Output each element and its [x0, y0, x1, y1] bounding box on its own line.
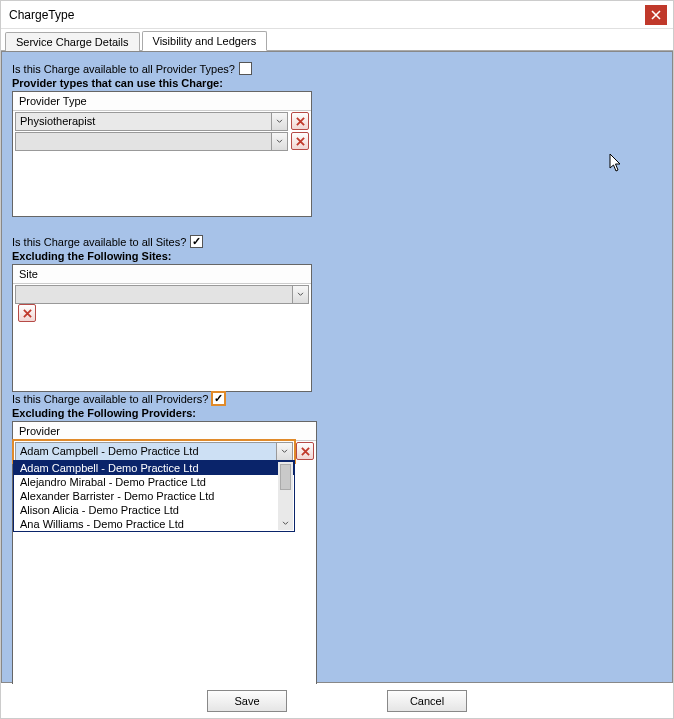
sites-heading: Excluding the Following Sites: — [12, 250, 312, 262]
window-title: ChargeType — [9, 8, 645, 22]
provider-dropdown-list[interactable]: Adam Campbell - Demo Practice Ltd Alejan… — [13, 460, 295, 532]
provider-row-combo[interactable]: Adam Campbell - Demo Practice Ltd — [15, 442, 293, 461]
dropdown-scrollbar[interactable] — [278, 462, 293, 530]
delete-row-button[interactable] — [18, 304, 36, 322]
chevron-down-icon[interactable] — [276, 443, 292, 460]
cancel-button[interactable]: Cancel — [387, 690, 467, 712]
chevron-down-icon[interactable] — [271, 113, 287, 130]
sites-checkbox[interactable] — [190, 235, 203, 248]
provider-option[interactable]: Alexander Barrister - Demo Practice Ltd — [14, 489, 294, 503]
provider-option[interactable]: Adam Campbell - Demo Practice Ltd — [14, 461, 294, 475]
provider-type-row-value: Physiotherapist — [20, 115, 95, 127]
provider-option[interactable]: Alejandro Mirabal - Demo Practice Ltd — [14, 475, 294, 489]
chevron-down-icon[interactable] — [271, 133, 287, 150]
sites-question: Is this Charge available to all Sites? — [12, 236, 186, 248]
dialog-footer: Save Cancel — [1, 684, 673, 718]
provider-option[interactable]: Alison Alicia - Demo Practice Ltd — [14, 503, 294, 517]
providers-heading: Excluding the Following Providers: — [12, 407, 317, 419]
delete-row-button[interactable] — [291, 132, 309, 150]
tab-label: Service Charge Details — [16, 36, 129, 48]
provider-types-question: Is this Charge available to all Provider… — [12, 63, 235, 75]
provider-types-heading: Provider types that can use this Charge: — [12, 77, 312, 89]
provider-row-value: Adam Campbell - Demo Practice Ltd — [20, 445, 199, 457]
site-row-combo[interactable] — [15, 285, 309, 304]
delete-row-button[interactable] — [296, 442, 314, 460]
provider-type-column-header: Provider Type — [13, 92, 311, 111]
tab-service-charge-details[interactable]: Service Charge Details — [5, 32, 140, 51]
provider-option[interactable]: Ana Williams - Demo Practice Ltd — [14, 517, 294, 531]
providers-question: Is this Charge available to all Provider… — [12, 393, 208, 405]
save-button[interactable]: Save — [207, 690, 287, 712]
close-icon — [651, 10, 661, 20]
provider-type-row-combo[interactable]: Physiotherapist — [15, 112, 288, 131]
tab-strip: Service Charge Details Visibility and Le… — [1, 29, 673, 51]
window-close-button[interactable] — [645, 5, 667, 25]
tab-visibility-and-ledgers[interactable]: Visibility and Ledgers — [142, 31, 268, 51]
tab-body-visibility-ledgers: Is this Charge available to all Provider… — [1, 51, 673, 683]
delete-row-button[interactable] — [291, 112, 309, 130]
chevron-down-icon[interactable] — [292, 286, 308, 303]
tab-label: Visibility and Ledgers — [153, 35, 257, 47]
site-column-header: Site — [13, 265, 311, 284]
provider-type-row-combo[interactable] — [15, 132, 288, 151]
provider-types-checkbox[interactable] — [239, 62, 252, 75]
providers-checkbox[interactable] — [212, 392, 225, 405]
provider-column-header: Provider — [13, 422, 316, 441]
